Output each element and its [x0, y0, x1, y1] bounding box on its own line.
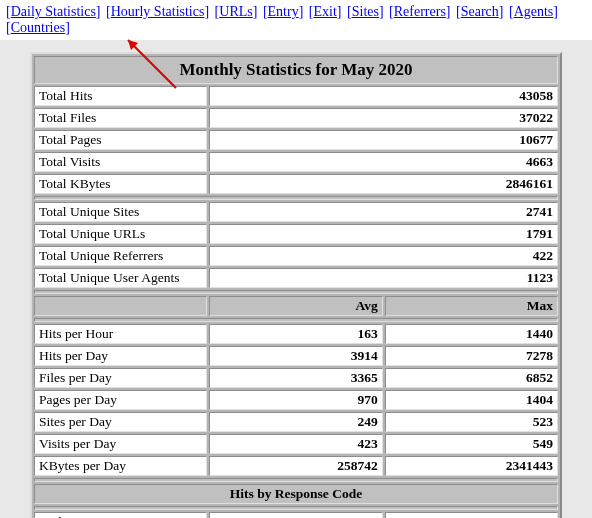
row-label: Total Unique User Agents: [34, 268, 207, 288]
row-label: Total Unique Referrers: [34, 246, 207, 266]
row-max: 523: [385, 412, 558, 432]
row-label: Hits per Hour: [34, 324, 207, 344]
row-avg: 970: [209, 390, 382, 410]
row-label: Hits per Day: [34, 346, 207, 366]
main-content: Monthly Statistics for May 2020 Total Hi…: [0, 40, 592, 518]
row-label: Total Visits: [34, 152, 207, 172]
separator: [34, 506, 558, 510]
row-value: 37022: [209, 108, 558, 128]
nav-countries[interactable]: [Countries]: [6, 20, 70, 35]
nav-exit[interactable]: [Exit]: [309, 4, 342, 19]
row-value: 422: [209, 246, 558, 266]
row-avg: 3914: [209, 346, 382, 366]
row-max: 2341443: [385, 456, 558, 476]
row-label: Total Unique URLs: [34, 224, 207, 244]
row-avg: 423: [209, 434, 382, 454]
separator: [34, 318, 558, 322]
row-pct: 0.05%: [209, 512, 382, 518]
stats-table: Monthly Statistics for May 2020 Total Hi…: [30, 52, 562, 518]
nav-referrers[interactable]: [Referrers]: [389, 4, 450, 19]
separator: [34, 478, 558, 482]
row-label: Pages per Day: [34, 390, 207, 410]
nav-sites[interactable]: [Sites]: [347, 4, 384, 19]
row-value: 43058: [209, 86, 558, 106]
nav-search[interactable]: [Search]: [456, 4, 503, 19]
nav-agents[interactable]: [Agents]: [509, 4, 558, 19]
colhead-avg: Avg: [209, 296, 382, 316]
row-avg: 163: [209, 324, 382, 344]
section-response-title: Hits by Response Code: [34, 484, 558, 504]
svg-line-0: [128, 40, 176, 88]
colhead-blank: [34, 296, 207, 316]
row-label: Visits per Day: [34, 434, 207, 454]
row-max: 549: [385, 434, 558, 454]
row-value: 10677: [209, 130, 558, 150]
table-title: Monthly Statistics for May 2020: [34, 56, 558, 84]
nav-hourly[interactable]: [Hourly Statistics]: [106, 4, 209, 19]
row-label: Sites per Day: [34, 412, 207, 432]
row-label: Files per Day: [34, 368, 207, 388]
separator: [34, 196, 558, 200]
row-max: 7278: [385, 346, 558, 366]
row-value: 1791: [209, 224, 558, 244]
row-avg: 3365: [209, 368, 382, 388]
colhead-max: Max: [385, 296, 558, 316]
annotation-arrow-icon: [120, 36, 180, 92]
row-max: 1404: [385, 390, 558, 410]
row-value: 1123: [209, 268, 558, 288]
row-value: 2741: [209, 202, 558, 222]
row-count: 23: [385, 512, 558, 518]
row-avg: 249: [209, 412, 382, 432]
nav-entry[interactable]: [Entry]: [263, 4, 303, 19]
row-max: 6852: [385, 368, 558, 388]
row-label: Code 100 - Continue: [34, 512, 207, 518]
row-label: Total Unique Sites: [34, 202, 207, 222]
separator: [34, 290, 558, 294]
row-label: Total Pages: [34, 130, 207, 150]
nav-urls[interactable]: [URLs]: [215, 4, 258, 19]
nav-daily[interactable]: [Daily Statistics]: [6, 4, 101, 19]
row-value: 2846161: [209, 174, 558, 194]
row-avg: 258742: [209, 456, 382, 476]
top-nav: [Daily Statistics] [Hourly Statistics] […: [0, 0, 592, 40]
row-label: KBytes per Day: [34, 456, 207, 476]
row-value: 4663: [209, 152, 558, 172]
row-label: Total KBytes: [34, 174, 207, 194]
row-max: 1440: [385, 324, 558, 344]
row-label: Total Files: [34, 108, 207, 128]
